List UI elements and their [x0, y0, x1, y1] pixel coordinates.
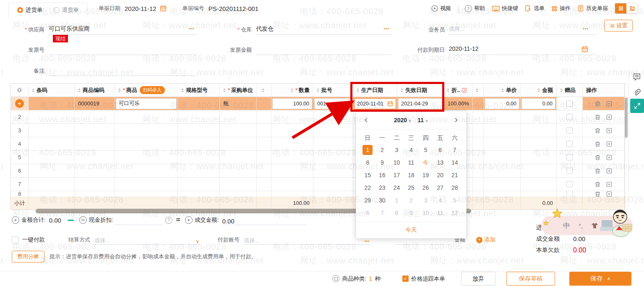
column-header-qty[interactable]: *数量	[271, 84, 313, 97]
calendar-day[interactable]: 29	[360, 194, 375, 207]
row1-input-qty[interactable]: 100.00	[272, 98, 312, 109]
calendar-day[interactable]: 5	[447, 194, 462, 207]
operations-button[interactable]: 操作	[551, 5, 571, 12]
due-date-field[interactable]: 2020-11-12	[449, 44, 597, 55]
add-row-button[interactable]: +	[15, 99, 24, 108]
calendar-day[interactable]: 10	[389, 156, 404, 169]
row1-input-batch[interactable]: 001	[314, 98, 352, 109]
gift-checkbox[interactable]	[566, 100, 573, 107]
copy-row-icon[interactable]	[606, 191, 612, 197]
calendar-day[interactable]: 13	[433, 156, 448, 169]
gift-checkbox[interactable]	[566, 114, 573, 120]
edit-pencil-icon[interactable]	[461, 87, 467, 93]
cell-gift[interactable]	[557, 110, 583, 123]
cell-actions[interactable]	[583, 151, 625, 164]
calendar-day[interactable]: 18	[404, 169, 419, 181]
calendar-day[interactable]: 30	[375, 194, 390, 207]
history-button[interactable]: 历史单据	[577, 5, 608, 12]
save-button[interactable]: 保存 ∧	[569, 272, 631, 286]
prev-month-chevron[interactable]	[364, 118, 369, 123]
today-button[interactable]: 今天	[405, 226, 417, 234]
tab-return-order[interactable]: 退货单	[54, 6, 79, 14]
calendar-day[interactable]: 10	[418, 207, 433, 219]
cash-discount-field[interactable]	[115, 215, 162, 225]
column-header-discount[interactable]: 折..	[443, 84, 473, 97]
calendar-icon[interactable]	[387, 101, 393, 107]
calendar-day[interactable]: 27	[433, 181, 448, 194]
copy-row-icon[interactable]	[606, 155, 612, 160]
gift-checkbox[interactable]	[566, 127, 573, 134]
calendar-day[interactable]: 7	[447, 144, 462, 156]
calendar-day[interactable]: 21	[447, 169, 462, 181]
calendar-icon[interactable]	[581, 46, 588, 52]
column-header-actions[interactable]: 操作	[583, 84, 625, 97]
copy-row-icon[interactable]	[606, 114, 612, 120]
calendar-day[interactable]: 16	[375, 169, 390, 181]
calendar-day[interactable]: 3	[389, 144, 404, 156]
delete-row-icon[interactable]	[595, 114, 600, 120]
calendar-day[interactable]: 2	[375, 144, 390, 156]
cell-actions[interactable]	[583, 164, 625, 177]
calendar-month-select[interactable]: 11∨	[417, 117, 428, 123]
warehouse-field[interactable]: 代发仓 ⋯	[256, 24, 392, 35]
delete-row-icon[interactable]	[595, 168, 600, 174]
calendar-day[interactable]: 4	[404, 144, 419, 156]
calendar-icon[interactable]	[160, 5, 167, 12]
calendar-day[interactable]: 23	[375, 181, 390, 194]
delete-row-icon[interactable]	[595, 181, 600, 187]
column-header-price[interactable]: 单价	[484, 84, 521, 97]
save-draft-button[interactable]: 保存草稿	[506, 272, 555, 286]
calendar-day[interactable]: 12	[447, 207, 462, 219]
calendar-day[interactable]: 5	[418, 144, 433, 156]
supplier-field[interactable]: 可口可乐供应商 ⋯	[49, 24, 197, 35]
fee-split-button[interactable]: 费用分摊	[12, 251, 44, 262]
copy-row-icon[interactable]	[606, 141, 612, 147]
gift-checkbox[interactable]	[566, 154, 573, 160]
copy-row-icon[interactable]	[606, 181, 612, 187]
cell-actions[interactable]	[583, 124, 625, 137]
calendar-day[interactable]: 24	[389, 181, 404, 194]
calendar-day-selected[interactable]: 1	[360, 144, 375, 156]
list-view-toggle[interactable]	[615, 3, 626, 13]
checked-checkbox-icon[interactable]: ✓	[402, 276, 409, 282]
delete-row-icon[interactable]	[595, 155, 600, 160]
copy-row-icon[interactable]	[606, 168, 612, 174]
calendar-day[interactable]: 25	[404, 181, 419, 194]
hotkeys-button[interactable]: 快捷键	[492, 5, 518, 12]
column-header-product[interactable]: *商品扫码录入	[115, 84, 178, 97]
calendar-day[interactable]: 20	[433, 169, 448, 181]
expand-button[interactable]	[630, 99, 644, 113]
salesman-picker-dots[interactable]: ⋯	[583, 24, 589, 34]
cell-actions[interactable]	[583, 110, 625, 123]
paperclip-icon[interactable]	[633, 89, 641, 98]
note-field[interactable]	[49, 65, 197, 76]
row1-input-price[interactable]: 0.00	[485, 98, 519, 109]
calendar-day[interactable]: 7	[375, 207, 390, 219]
cell-gift[interactable]	[557, 191, 583, 197]
delete-row-icon[interactable]	[595, 128, 600, 134]
column-header-barcode[interactable]: 条码	[29, 84, 75, 97]
add-payment-button[interactable]: + 添加	[476, 236, 495, 244]
calendar-day[interactable]: 3	[418, 194, 433, 207]
settle-method-select[interactable]: 选择... ∨	[94, 235, 199, 245]
copy-row-icon[interactable]	[606, 101, 612, 107]
calendar-day[interactable]: 22	[360, 181, 375, 194]
calendar-day[interactable]: 19	[418, 169, 433, 181]
card-view-toggle[interactable]	[626, 3, 638, 13]
calendar-day[interactable]: 8	[360, 156, 375, 169]
column-header-batch[interactable]: 批号	[313, 84, 353, 97]
scan-entry-badge[interactable]: 扫码录入	[140, 86, 165, 94]
doc-date-value[interactable]: 2020-11-12	[125, 5, 156, 12]
calendar-day[interactable]: 9	[375, 156, 390, 169]
calendar-day[interactable]: 2	[404, 194, 419, 207]
calendar-day[interactable]: 11	[433, 207, 448, 219]
invoice-no-field[interactable]	[49, 44, 197, 55]
calendar-day[interactable]: 8	[389, 207, 404, 219]
delete-row-icon[interactable]	[595, 141, 600, 147]
note-icon[interactable]	[633, 73, 641, 82]
column-header-code[interactable]: 商品编码	[75, 84, 115, 97]
gift-checkbox[interactable]	[566, 181, 573, 187]
cell-gift[interactable]	[557, 164, 583, 177]
calendar-day[interactable]: 26	[418, 181, 433, 194]
help-button[interactable]: ? 帮助	[465, 5, 485, 12]
